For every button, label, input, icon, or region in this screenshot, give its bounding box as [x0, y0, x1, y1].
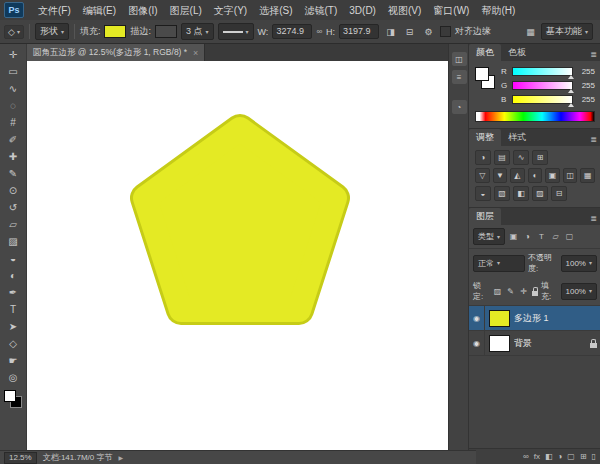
slider-thumb[interactable]	[568, 75, 574, 79]
red-slider[interactable]	[512, 67, 573, 76]
layer-row-background[interactable]: ◉ 背景	[469, 331, 600, 356]
menu-edit[interactable]: 编辑(E)	[77, 1, 122, 20]
visibility-eye-icon[interactable]: ◉	[469, 306, 485, 330]
path-selection-tool[interactable]: ➤	[2, 318, 24, 335]
blur-tool[interactable]: ◒	[2, 250, 24, 267]
link-layers-icon[interactable]: ∞	[523, 453, 529, 461]
shape-tool[interactable]: ◇	[2, 335, 24, 352]
menu-window[interactable]: 窗口(W)	[427, 1, 475, 20]
gradient-map-icon[interactable]: ▨	[532, 186, 548, 201]
lock-pixels-icon[interactable]: ✎	[506, 287, 516, 296]
panel-menu-icon[interactable]: ≣	[590, 135, 600, 146]
workspace-select[interactable]: 基本功能 ▾	[541, 23, 593, 40]
menu-filter[interactable]: 滤镜(T)	[299, 1, 344, 20]
marquee-tool[interactable]: ▭	[2, 63, 24, 80]
brightness-contrast-icon[interactable]: ◑	[475, 150, 491, 165]
panel-menu-icon[interactable]: ≣	[590, 50, 600, 61]
document-tab[interactable]: 圆角五边形 @ 12.5%(多边形 1, RGB/8) * ×	[27, 44, 205, 61]
filter-adjustment-layers-icon[interactable]: ◑	[522, 232, 533, 241]
opacity-select[interactable]: 100% ▾	[561, 255, 597, 272]
stroke-style-select[interactable]: ▾	[218, 23, 254, 40]
hue-saturation-icon[interactable]: ▼	[493, 168, 508, 183]
selective-color-icon[interactable]: ⊟	[551, 186, 567, 201]
history-panel-icon[interactable]: ◫	[452, 52, 467, 66]
new-group-icon[interactable]: ▢	[567, 453, 575, 461]
properties-panel-icon[interactable]: ≡	[452, 70, 467, 84]
menu-3d[interactable]: 3D(D)	[343, 1, 382, 20]
tab-color[interactable]: 颜色	[469, 44, 501, 61]
dodge-tool[interactable]: ◐	[2, 267, 24, 284]
pentagon-shape[interactable]	[27, 61, 448, 451]
new-adjustment-layer-icon[interactable]: ◑	[557, 453, 562, 461]
slider-thumb[interactable]	[568, 103, 574, 107]
clone-stamp-tool[interactable]: ⊙	[2, 182, 24, 199]
threshold-icon[interactable]: ◧	[513, 186, 529, 201]
lock-all-icon[interactable]	[532, 291, 538, 296]
red-value[interactable]: 255	[577, 67, 595, 76]
close-icon[interactable]: ×	[193, 48, 198, 58]
shape-width-input[interactable]: 3274.9	[272, 24, 312, 39]
color-spectrum-ramp[interactable]	[475, 111, 595, 122]
align-edges-checkbox[interactable]	[440, 26, 451, 37]
filter-pixel-layers-icon[interactable]: ▣	[508, 232, 519, 241]
type-tool[interactable]: T	[2, 301, 24, 318]
photo-filter-icon[interactable]: ▣	[545, 168, 560, 183]
color-panel-fgbg[interactable]	[475, 67, 495, 89]
levels-icon[interactable]: ▤	[494, 150, 510, 165]
pen-tool[interactable]: ✒	[2, 284, 24, 301]
lock-transparency-icon[interactable]: ▨	[493, 287, 503, 296]
gear-icon[interactable]: ⚙	[421, 24, 436, 39]
layer-style-fx-icon[interactable]: fx	[534, 453, 540, 461]
healing-brush-tool[interactable]: ✚	[2, 148, 24, 165]
brush-tool[interactable]: ✎	[2, 165, 24, 182]
foreground-color-swatch[interactable]	[475, 67, 489, 81]
status-arrow-icon[interactable]: ▶	[119, 454, 124, 461]
filter-smart-object-icon[interactable]: ▢	[564, 232, 575, 241]
menu-file[interactable]: 文件(F)	[32, 1, 77, 20]
menu-layer[interactable]: 图层(L)	[164, 1, 208, 20]
layer-name[interactable]: 背景	[514, 337, 532, 350]
menu-view[interactable]: 视图(V)	[382, 1, 427, 20]
move-tool[interactable]: ✛	[2, 46, 24, 63]
menu-type[interactable]: 文字(Y)	[208, 1, 253, 20]
posterize-icon[interactable]: ▧	[494, 186, 510, 201]
lasso-tool[interactable]: ∿	[2, 80, 24, 97]
tab-adjustments[interactable]: 调整	[469, 129, 501, 146]
tab-layers[interactable]: 图层	[469, 208, 501, 225]
foreground-color-swatch[interactable]	[4, 390, 16, 402]
blend-mode-select[interactable]: 正常 ▾	[473, 255, 525, 272]
eraser-tool[interactable]: ▱	[2, 216, 24, 233]
layer-thumbnail[interactable]	[489, 310, 510, 327]
new-layer-icon[interactable]: ⊞	[580, 453, 587, 461]
delete-layer-icon[interactable]: ▯	[592, 453, 596, 461]
tab-swatches[interactable]: 色板	[501, 44, 533, 61]
foreground-background-swatches[interactable]	[4, 390, 22, 408]
tool-preset-button[interactable]: ◇ ▾	[4, 25, 24, 39]
filter-shape-layers-icon[interactable]: ▱	[550, 232, 561, 241]
link-dimensions-icon[interactable]: ∞	[316, 27, 322, 36]
menu-help[interactable]: 帮助(H)	[475, 1, 521, 20]
blue-slider[interactable]	[512, 95, 573, 104]
green-value[interactable]: 255	[577, 81, 595, 90]
layer-row-polygon-1[interactable]: ◉ 多边形 1	[469, 306, 600, 331]
tool-mode-select[interactable]: 形状 ▾	[35, 23, 69, 40]
slider-thumb[interactable]	[568, 89, 574, 93]
zoom-tool[interactable]: ◎	[2, 369, 24, 386]
crop-tool[interactable]: #	[2, 114, 24, 131]
layer-filter-select[interactable]: 类型 ▾	[473, 228, 505, 245]
add-mask-icon[interactable]: ◧	[545, 453, 553, 461]
eyedropper-tool[interactable]: ✐	[2, 131, 24, 148]
blue-value[interactable]: 255	[577, 95, 595, 104]
visibility-eye-icon[interactable]: ◉	[469, 331, 485, 355]
fill-color-swatch[interactable]	[104, 25, 126, 38]
stroke-width-select[interactable]: 3 点 ▾	[181, 23, 214, 40]
filter-type-layers-icon[interactable]: T	[536, 232, 547, 241]
panel-menu-icon[interactable]: ≣	[590, 214, 600, 225]
lock-position-icon[interactable]: ✛	[519, 287, 529, 296]
layer-thumbnail[interactable]	[489, 335, 510, 352]
stroke-color-swatch[interactable]	[155, 25, 177, 38]
menu-image[interactable]: 图像(I)	[122, 1, 163, 20]
path-operations-icon[interactable]: ◨	[383, 24, 398, 39]
color-balance-icon[interactable]: ◭	[510, 168, 525, 183]
black-white-icon[interactable]: ◐	[528, 168, 543, 183]
